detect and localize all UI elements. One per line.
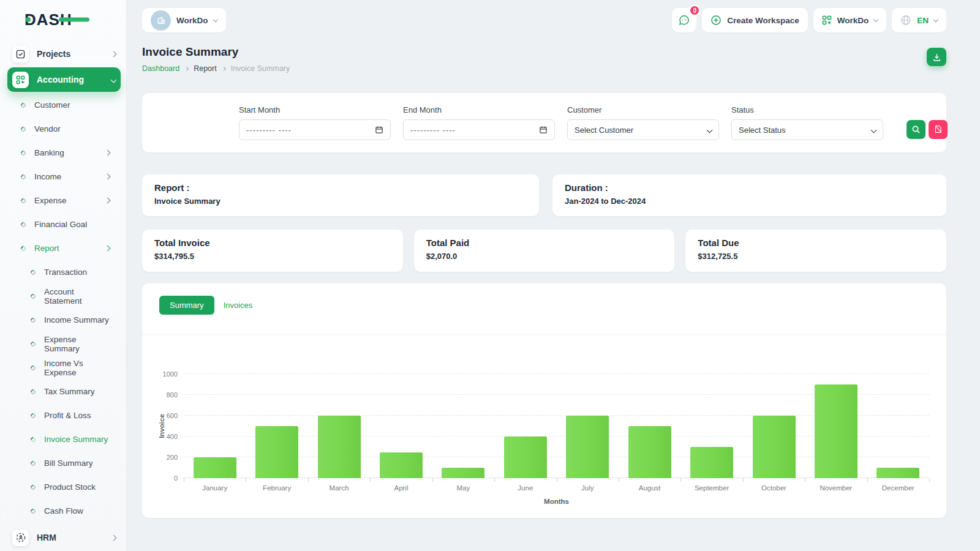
y-tick-label: 200	[167, 454, 178, 461]
topbar: WorkDo 0 Create Workspace	[142, 0, 946, 36]
chevron-down-icon	[933, 17, 938, 22]
x-tick-label: November	[805, 484, 867, 492]
sidebar-item-transaction[interactable]: Transaction	[0, 260, 127, 284]
bar-slot	[432, 374, 494, 478]
sidebar-item-expense-summary[interactable]: Expense Summary	[0, 332, 127, 356]
sidebar-item-customer[interactable]: Customer	[0, 93, 127, 117]
x-tick-label: December	[867, 484, 929, 492]
sidebar-item-label: Report	[34, 244, 97, 253]
total-invoice-value: $314,795.5	[154, 252, 391, 261]
plus-circle-icon	[710, 15, 722, 26]
download-button[interactable]	[927, 48, 946, 66]
calendar-icon[interactable]	[375, 126, 383, 134]
sidebar-item-projects[interactable]: Projects	[7, 42, 121, 66]
x-axis-tick	[370, 478, 371, 482]
x-axis-tick	[867, 478, 868, 482]
y-tick-label: 600	[167, 412, 178, 419]
bar-august	[628, 426, 671, 478]
bar-slot	[557, 374, 619, 478]
sidebar-item-income[interactable]: Income	[0, 165, 127, 189]
create-workspace-button[interactable]: Create Workspace	[702, 8, 808, 32]
sidebar-item-label: Tax Summary	[44, 387, 110, 396]
status-select[interactable]: Select Status	[731, 119, 883, 140]
apply-filter-button[interactable]	[907, 120, 925, 139]
sidebar-item-label: Profit & Loss	[44, 411, 110, 420]
x-axis-tick	[432, 478, 433, 482]
x-tick-label: April	[370, 484, 432, 492]
breadcrumb: Dashboard Report Invoice Summary	[142, 64, 290, 73]
sidebar-item-income-vs-expense[interactable]: Income Vs Expense	[0, 356, 127, 380]
sidebar-item-expense[interactable]: Expense	[0, 189, 127, 212]
sidebar-item-label: Projects	[37, 49, 104, 59]
breadcrumb-dashboard[interactable]: Dashboard	[142, 64, 179, 73]
app-switcher[interactable]: WorkDo	[813, 8, 887, 32]
bullet-icon	[29, 460, 36, 467]
sidebar-item-cash-flow[interactable]: Cash Flow	[0, 499, 127, 523]
tab-invoices[interactable]: Invoices	[224, 301, 253, 310]
sidebar-item-bill-summary[interactable]: Bill Summary	[0, 451, 127, 475]
bar-slot	[370, 374, 432, 478]
download-icon	[932, 53, 941, 62]
breadcrumb-report[interactable]: Report	[194, 64, 217, 73]
status-label: Status	[731, 105, 883, 114]
sidebar-item-label: Income Summary	[44, 315, 110, 324]
language-selector[interactable]: EN	[892, 8, 946, 32]
sidebar-item-label: Vendor	[34, 124, 110, 133]
filter-panel: Start Month --------- ---- End Month ---…	[142, 93, 946, 152]
bar-slot	[619, 374, 680, 478]
sidebar-item-label: Customer	[34, 100, 110, 110]
sidebar-item-tax-summary[interactable]: Tax Summary	[0, 380, 127, 403]
bullet-icon	[29, 412, 36, 419]
language-code: EN	[917, 16, 929, 25]
duration-card-value: Jan-2024 to Dec-2024	[565, 197, 934, 206]
x-axis-tick	[743, 478, 744, 482]
sidebar-item-profit-loss[interactable]: Profit & Loss	[0, 403, 127, 427]
sidebar-item-label: HRM	[37, 533, 104, 542]
calendar-icon[interactable]	[539, 126, 548, 134]
bullet-icon	[29, 508, 36, 514]
workspace-switcher[interactable]: WorkDo	[142, 8, 226, 32]
bar-november	[815, 384, 858, 478]
chevron-down-icon	[871, 127, 877, 133]
tab-summary[interactable]: Summary	[159, 296, 214, 315]
sidebar-item-accounting[interactable]: Accounting	[7, 67, 121, 92]
total-due-value: $312,725.5	[698, 252, 934, 261]
reset-filter-button[interactable]	[929, 120, 948, 139]
messages-button[interactable]: 0	[672, 8, 696, 32]
total-paid-value: $2,070.0	[426, 252, 663, 261]
start-month-label: Start Month	[239, 105, 391, 114]
y-axis-title: Invoice	[158, 414, 165, 438]
sidebar-item-banking[interactable]: Banking	[0, 141, 127, 165]
customer-select[interactable]: Select Customer	[567, 119, 719, 140]
chevron-right-icon	[222, 67, 226, 71]
end-month-input[interactable]: --------- ----	[403, 119, 555, 140]
sidebar-item-income-summary[interactable]: Income Summary	[0, 308, 127, 332]
workspace-name: WorkDo	[176, 16, 208, 25]
clear-file-icon	[934, 125, 943, 133]
sidebar-item-invoice-summary[interactable]: Invoice Summary	[0, 427, 127, 451]
sidebar-item-report[interactable]: Report	[0, 236, 127, 260]
app-logo[interactable]: DASH	[0, 9, 127, 40]
sidebar-item-hrm[interactable]: HRM	[7, 525, 121, 550]
chevron-right-icon	[105, 150, 111, 156]
bar-january	[194, 457, 236, 478]
chevron-right-icon	[111, 51, 117, 57]
bar-march	[318, 416, 361, 478]
bar-slot	[184, 374, 246, 478]
chevron-right-icon	[105, 174, 111, 180]
bullet-icon	[29, 436, 36, 443]
sidebar-item-account-statement[interactable]: Account Statement	[0, 284, 127, 308]
bar-april	[380, 452, 423, 479]
sidebar-item-product-stock[interactable]: Product Stock	[0, 475, 127, 499]
bullet-icon	[20, 149, 26, 156]
sidebar-item-vendor[interactable]: Vendor	[0, 117, 127, 141]
sidebar-item-financial-goal[interactable]: Financial Goal	[0, 212, 127, 236]
chevron-down-icon	[213, 17, 217, 22]
sidebar-item-label: Product Stock	[44, 482, 110, 492]
bullet-icon	[29, 364, 36, 371]
person-circle-icon	[12, 530, 29, 546]
start-month-input[interactable]: --------- ----	[239, 119, 391, 140]
y-tick-label: 400	[167, 433, 178, 440]
bar-september	[690, 447, 733, 478]
sidebar-item-label: Income Vs Expense	[44, 359, 110, 377]
